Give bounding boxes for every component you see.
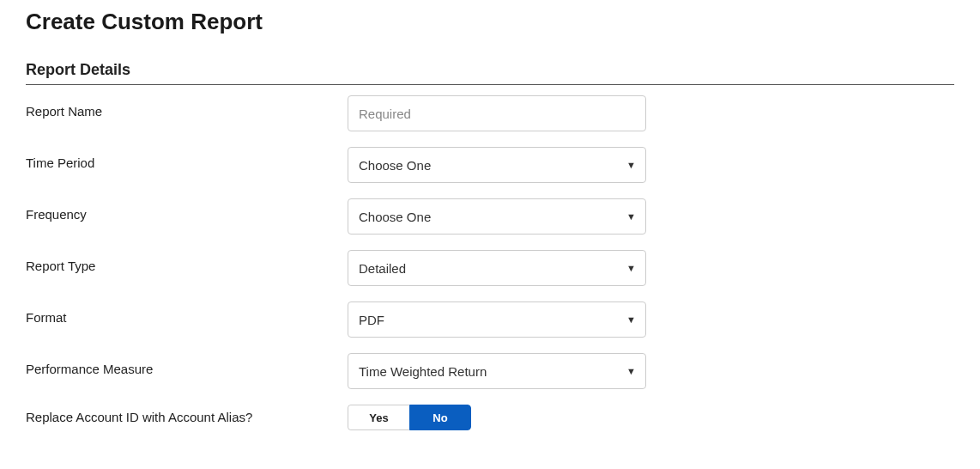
row-report-name: Report Name <box>26 95 954 131</box>
select-time-period[interactable]: Choose One <box>348 147 646 183</box>
label-performance-measure: Performance Measure <box>26 353 348 376</box>
row-time-period: Time Period Choose One ▼ <box>26 147 954 183</box>
input-report-name[interactable] <box>348 95 646 131</box>
row-performance-measure: Performance Measure Time Weighted Return… <box>26 353 954 389</box>
label-time-period: Time Period <box>26 147 348 170</box>
toggle-yes-button[interactable]: Yes <box>348 405 409 430</box>
page-title: Create Custom Report <box>26 9 954 35</box>
row-report-type: Report Type Detailed ▼ <box>26 250 954 286</box>
label-replace-alias: Replace Account ID with Account Alias? <box>26 405 348 424</box>
label-report-type: Report Type <box>26 250 348 273</box>
toggle-replace-alias: Yes No <box>348 405 471 430</box>
select-performance-measure[interactable]: Time Weighted Return <box>348 353 646 389</box>
section-header-report-details: Report Details <box>26 61 954 85</box>
row-frequency: Frequency Choose One ▼ <box>26 198 954 234</box>
label-format: Format <box>26 302 348 325</box>
select-format[interactable]: PDF <box>348 302 646 338</box>
toggle-no-button[interactable]: No <box>409 405 471 430</box>
row-format: Format PDF ▼ <box>26 302 954 338</box>
select-frequency[interactable]: Choose One <box>348 198 646 234</box>
row-replace-alias: Replace Account ID with Account Alias? Y… <box>26 405 954 430</box>
select-report-type[interactable]: Detailed <box>348 250 646 286</box>
label-frequency: Frequency <box>26 198 348 222</box>
label-report-name: Report Name <box>26 95 348 119</box>
